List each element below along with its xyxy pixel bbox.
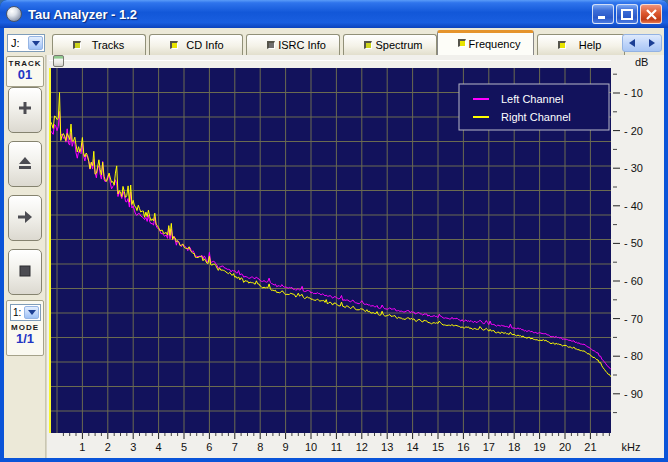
tab-cd-info[interactable]: CD Info <box>149 34 243 55</box>
y-tick-label: - 10 <box>624 87 643 99</box>
app-icon <box>6 6 22 22</box>
eject-icon <box>18 155 32 173</box>
tab-indicator-icon <box>170 41 178 49</box>
x-tick-label: 18 <box>508 441 520 453</box>
x-tick-label: 9 <box>283 441 289 453</box>
y-tick-label: - 90 <box>624 388 643 400</box>
eject-button[interactable] <box>8 141 42 187</box>
x-axis-unit-label: kHz <box>622 441 641 453</box>
x-tick-label: 1 <box>79 441 85 453</box>
y-axis-unit-label: dB <box>635 56 648 68</box>
mode-value: 1/1 <box>7 332 43 345</box>
mode-combo-value: 1: <box>13 307 21 318</box>
tab-indicator-icon <box>267 41 275 49</box>
y-tick-label: - 60 <box>624 275 643 287</box>
tab-label: Tracks <box>92 39 125 51</box>
tab-isrc-info[interactable]: ISRC Info <box>246 34 340 55</box>
title-bar[interactable]: Tau Analyzer - 1.2 <box>0 0 668 28</box>
minimize-icon <box>597 9 609 19</box>
app-window: Tau Analyzer - 1.2 J: TracksCD InfoISRC … <box>0 0 668 462</box>
stop-icon <box>19 263 31 281</box>
mode-combo[interactable]: 1: <box>10 304 41 321</box>
tab-help[interactable]: Help <box>537 34 625 55</box>
x-tick-label: 17 <box>483 441 495 453</box>
tab-indicator-icon <box>458 39 466 47</box>
x-tick-label: 4 <box>156 441 162 453</box>
x-axis-major-ticks <box>82 433 590 439</box>
x-tick-label: 2 <box>105 441 111 453</box>
x-tick-label: 21 <box>584 441 596 453</box>
arrow-right-icon <box>17 209 33 227</box>
x-tick-label: 15 <box>432 441 444 453</box>
tab-label: CD Info <box>186 39 223 51</box>
stop-button[interactable] <box>8 249 42 295</box>
y-axis-major-ticks <box>613 93 620 394</box>
sidebar: TRACK 01 1: MODE 1/1 <box>4 55 46 458</box>
y-tick-label: - 70 <box>624 313 643 325</box>
tab-indicator-icon <box>558 41 566 49</box>
mode-panel: 1: MODE 1/1 <box>6 300 44 356</box>
tab-indicator-icon <box>73 41 81 49</box>
chevron-down-icon <box>32 41 40 46</box>
drive-combo-dropdown[interactable] <box>28 36 43 50</box>
x-tick-label: 19 <box>533 441 545 453</box>
y-tick-label: - 30 <box>624 162 643 174</box>
tab-tracks[interactable]: Tracks <box>52 34 146 55</box>
tab-label: Frequency <box>469 38 521 50</box>
tab-frequency[interactable]: Frequency <box>437 30 534 55</box>
x-tick-label: 20 <box>559 441 571 453</box>
x-tick-label: 6 <box>206 441 212 453</box>
tab-scroll-left-icon[interactable] <box>629 39 635 47</box>
maximize-icon <box>621 9 633 20</box>
y-tick-label: - 20 <box>624 125 643 137</box>
x-tick-label: 5 <box>181 441 187 453</box>
y-tick-label: - 50 <box>624 237 643 249</box>
y-tick-label: - 80 <box>624 350 643 362</box>
window-title: Tau Analyzer - 1.2 <box>28 7 590 22</box>
tab-label: Help <box>579 39 602 51</box>
x-tick-label: 14 <box>406 441 418 453</box>
drive-combo[interactable]: J: <box>7 34 45 52</box>
chart-region: 123456789101112131415161718192021kHz- 10… <box>46 55 664 458</box>
x-tick-label: 10 <box>305 441 317 453</box>
minimize-button[interactable] <box>592 4 614 24</box>
x-tick-label: 7 <box>232 441 238 453</box>
x-tick-label: 3 <box>130 441 136 453</box>
tab-scroll-control <box>622 34 662 52</box>
maximize-button[interactable] <box>616 4 638 24</box>
close-icon <box>646 9 657 20</box>
next-button[interactable] <box>8 195 42 241</box>
tab-label: Spectrum <box>375 39 422 51</box>
plus-icon <box>18 101 32 119</box>
add-button[interactable] <box>8 87 42 133</box>
chevron-down-icon <box>28 310 36 315</box>
legend-label: Right Channel <box>501 111 571 123</box>
tab-strip: J: TracksCD InfoISRC InfoSpectrumFrequen… <box>4 28 664 55</box>
x-tick-label: 13 <box>381 441 393 453</box>
tab-indicator-icon <box>364 41 372 49</box>
x-tick-label: 12 <box>356 441 368 453</box>
tab-label: ISRC Info <box>278 39 326 51</box>
x-tick-label: 11 <box>331 441 342 453</box>
track-panel: TRACK 01 <box>6 56 44 87</box>
x-tick-label: 16 <box>457 441 469 453</box>
drive-combo-value: J: <box>11 37 20 49</box>
track-number: 01 <box>7 68 43 81</box>
tab-spectrum[interactable]: Spectrum <box>343 34 437 55</box>
legend-box <box>459 84 609 130</box>
frequency-chart: 123456789101112131415161718192021kHz- 10… <box>47 55 665 458</box>
tab-scroll-right-icon[interactable] <box>649 39 655 47</box>
x-tick-label: 8 <box>257 441 263 453</box>
legend-label: Left Channel <box>501 93 563 105</box>
close-button[interactable] <box>640 4 662 24</box>
mode-combo-dropdown[interactable] <box>24 306 39 319</box>
y-tick-label: - 40 <box>624 200 643 212</box>
